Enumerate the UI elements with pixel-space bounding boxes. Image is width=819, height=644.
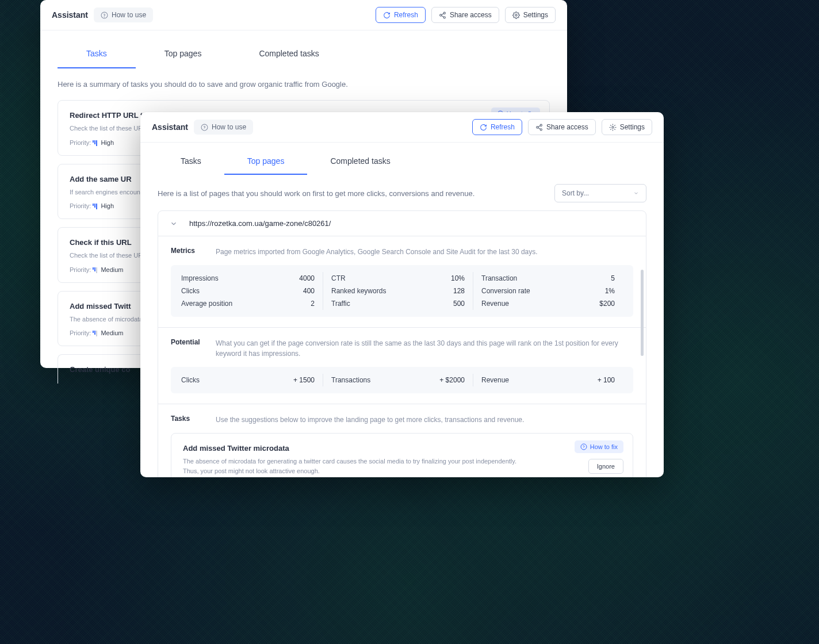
svg-point-2 [443, 12, 445, 14]
priority-icon [93, 140, 97, 146]
refresh-button[interactable]: Refresh [472, 119, 522, 135]
potential-panel: Potential What you can get if the page c… [158, 328, 646, 404]
app-title: Assistant [152, 122, 188, 132]
svg-point-5 [515, 14, 517, 16]
metrics-description: Page metrics imported from Google Analyt… [216, 247, 633, 257]
refresh-icon [383, 12, 391, 19]
refresh-icon [480, 124, 487, 131]
how-to-fix-button[interactable]: How to fix [575, 440, 623, 453]
tab-completed[interactable]: Completed tasks [307, 147, 413, 175]
tab-tasks[interactable]: Tasks [58, 39, 136, 68]
how-to-use-button[interactable]: How to use [194, 120, 253, 135]
tab-bar: Tasks Top pages Completed tasks [158, 147, 646, 175]
metric-row: Transaction5 [481, 272, 615, 285]
assistant-card-top-pages: Assistant How to use Refresh Share acces… [140, 112, 664, 477]
share-icon [439, 12, 446, 19]
gear-icon [609, 124, 617, 131]
svg-point-1 [104, 17, 105, 17]
task-title: Check if this URL [70, 238, 132, 247]
question-icon [580, 443, 587, 450]
metric-row: Clicks400 [181, 285, 315, 297]
metric-row: Ranked keywords128 [331, 285, 465, 297]
svg-point-10 [540, 128, 542, 130]
page-url: https://rozetka.com.ua/game-zone/c80261/ [189, 219, 331, 228]
ignore-button[interactable]: Ignore [588, 459, 623, 474]
svg-point-3 [440, 14, 442, 16]
metric-row: Revenue+ 100 [481, 374, 615, 386]
question-icon [201, 124, 208, 131]
summary-text: Here is a summary of tasks you should do… [58, 80, 550, 89]
metrics-panel: Metrics Page metrics imported from Googl… [158, 236, 646, 328]
metric-row: Revenue$200 [481, 297, 615, 310]
svg-point-12 [581, 444, 587, 450]
share-icon [535, 124, 543, 131]
potential-description: What you can get if the page conversion … [216, 338, 633, 359]
svg-point-11 [612, 126, 614, 128]
page-url-row[interactable]: https://rozetka.com.ua/game-zone/c80261/ [158, 210, 646, 236]
priority-icon [93, 204, 97, 209]
tasks-panel: Tasks Use the suggestions below to impro… [158, 404, 646, 477]
task-title: Add the same UR [70, 175, 132, 183]
metric-row: CTR10% [331, 272, 465, 285]
svg-point-8 [540, 124, 542, 126]
page-task-card: Add missed Twitter microdata How to fix … [171, 433, 633, 477]
metric-row: Impressions4000 [181, 272, 315, 285]
tab-completed[interactable]: Completed tasks [230, 39, 347, 68]
settings-button[interactable]: Settings [505, 7, 556, 23]
header-bar: Assistant How to use Refresh Share acces… [40, 0, 567, 30]
priority-icon [93, 267, 97, 273]
chevron-down-icon [170, 220, 178, 228]
svg-point-4 [443, 16, 445, 18]
metric-row: Conversion rate1% [481, 285, 615, 297]
tab-tasks[interactable]: Tasks [158, 147, 224, 175]
tasks-label: Tasks [171, 415, 203, 423]
task-title: Add missed Twitt [70, 302, 131, 310]
metric-row: Traffic500 [331, 297, 465, 310]
metric-row: Transactions+ $2000 [331, 374, 465, 386]
priority-icon [93, 331, 97, 336]
svg-point-7 [201, 124, 208, 131]
potential-grid: Clicks+ 1500 Transactions+ $2000 Revenue… [171, 367, 633, 393]
intro-text: Here is a list of pages that you should … [158, 189, 543, 198]
task-description: The absence of microdata for generating … [183, 457, 522, 476]
chevron-down-icon [633, 190, 639, 196]
header-bar: Assistant How to use Refresh Share acces… [140, 112, 664, 143]
share-button[interactable]: Share access [528, 119, 596, 135]
metrics-grid: Impressions4000 Clicks400 Average positi… [171, 265, 633, 317]
app-title: Assistant [52, 10, 88, 20]
sort-dropdown[interactable]: Sort by... [554, 184, 646, 202]
metric-row: Average position2 [181, 297, 315, 310]
potential-label: Potential [171, 338, 203, 346]
task-title: Add missed Twitter microdata [183, 444, 289, 453]
gear-icon [512, 12, 520, 19]
tab-top-pages[interactable]: Top pages [224, 147, 308, 175]
metric-row: Clicks+ 1500 [181, 374, 315, 386]
tab-top-pages[interactable]: Top pages [136, 39, 231, 68]
settings-button[interactable]: Settings [602, 119, 652, 135]
question-icon [101, 12, 108, 19]
task-title: Create unique co [70, 365, 130, 374]
refresh-button[interactable]: Refresh [376, 7, 426, 23]
svg-point-9 [537, 126, 538, 128]
tab-bar: Tasks Top pages Completed tasks [58, 39, 550, 68]
share-button[interactable]: Share access [431, 7, 499, 23]
metrics-label: Metrics [171, 247, 203, 255]
tasks-description: Use the suggestions below to improve the… [216, 415, 633, 425]
how-to-use-button[interactable]: How to use [94, 7, 153, 22]
